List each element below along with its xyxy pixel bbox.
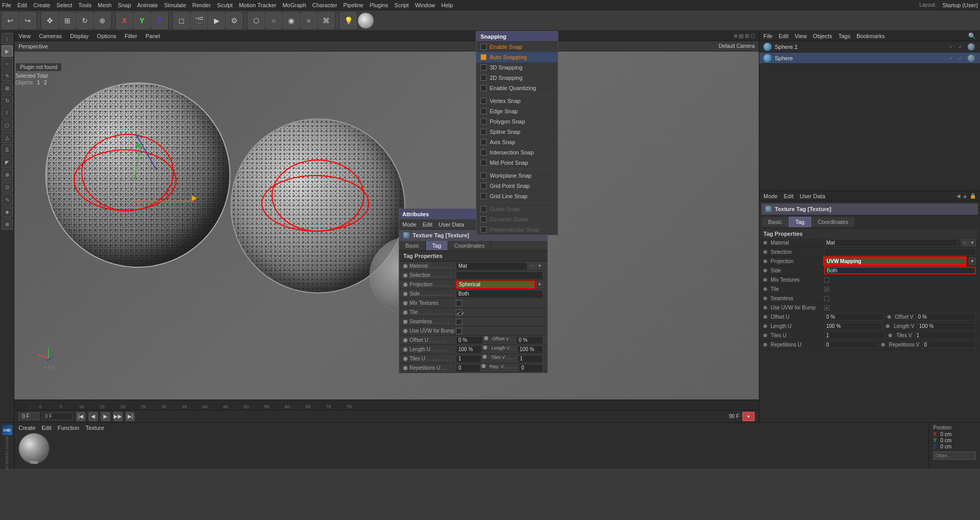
tab-basic[interactable]: Basic [761,217,789,227]
viewport-menu-options[interactable]: Options [97,33,116,39]
redo-button[interactable]: ↪ [20,12,36,29]
rp2-mat-btn1[interactable]: □ [961,239,968,247]
y-btn[interactable]: Y [134,12,150,29]
snap-vertex[interactable]: Vertex Snap [476,96,558,106]
menu-render[interactable]: Render [192,2,211,8]
tool-select[interactable]: ▶ [2,45,13,57]
btn-goto-end[interactable]: ▶| [126,412,135,421]
snap-midpoint[interactable]: Mid Point Snap [476,158,558,168]
attr-length-u-val[interactable]: 100 % [456,345,482,354]
tool-move[interactable]: ↕ [2,33,13,44]
snap-intersection[interactable]: Intersection Snap [476,147,558,158]
undo-button[interactable]: ↩ [2,12,19,29]
tool-axis[interactable]: ⊕ [2,169,13,180]
snap-gridline[interactable]: Grid Line Snap [476,191,558,201]
snap-perp[interactable]: Perpendicular Snap [476,224,558,235]
snap-enable[interactable]: Enable Snap [476,42,558,52]
tool-scale[interactable]: ⊞ [2,82,13,94]
menu-edit[interactable]: Edit [17,2,27,8]
btn-prev-frame[interactable]: ◀ [88,412,98,421]
attr-mat-btn1[interactable]: □ [528,262,536,270]
tab-coordinates[interactable]: Coordinates [811,217,855,227]
btn-goto-start[interactable]: |◀ [76,412,85,421]
menu-file[interactable]: File [2,2,11,8]
menu-snap[interactable]: Snap [118,2,131,8]
viewport-menu-panel[interactable]: Panel [146,33,160,39]
menu-plugins[interactable]: Plugins [369,2,388,8]
attr-uvw-check[interactable] [456,328,462,334]
search-icon[interactable]: 🔍 [968,32,976,40]
rp2-selection-value[interactable] [824,248,976,256]
attr-tab-basic[interactable]: Basic [399,241,426,250]
attr-mix-check[interactable] [456,300,462,306]
z-btn[interactable]: Z [151,12,168,29]
attr-tab-coordinates[interactable]: Coordinates [448,241,491,250]
rp-menu-view[interactable]: View [795,33,807,39]
attr-rep-u-val[interactable]: 0 [456,364,480,372]
rp-menu-file[interactable]: File [763,33,773,39]
tool-spline[interactable]: S [2,144,13,155]
tool-knife[interactable]: / [2,107,13,118]
rp2-nav-prev[interactable]: ◀ [956,193,960,199]
rp2-mat-btn2[interactable]: ▼ [969,239,976,247]
rp2-menu-edit[interactable]: Edit [784,193,794,199]
render-settings[interactable]: ⚙ [226,12,242,29]
viewport-canvas[interactable]: Y X Z [14,51,759,400]
mat-menu-texture[interactable]: Texture [85,425,104,431]
menu-window[interactable]: Window [415,2,435,8]
attr-offset-u-val[interactable]: 0 % [456,336,483,344]
menu-simulate[interactable]: Simulate [164,2,186,8]
attr-selection-value[interactable] [456,271,543,280]
snap-auto[interactable]: Auto Snapping [476,52,558,62]
rp2-lock[interactable]: 🔒 [970,193,976,199]
topology-btn[interactable]: ⌘ [318,12,334,29]
rp2-length-u-val[interactable]: 100 % [824,322,883,330]
tool-extrude[interactable]: ⬡ [2,119,13,131]
sphere-render[interactable]: ✓ [958,56,963,61]
viewport-menu-filter[interactable]: Filter [124,33,137,39]
menu-motion-tracker[interactable]: Motion Tracker [239,2,276,8]
rp-menu-edit[interactable]: Edit [779,33,789,39]
snap-spline[interactable]: Spline Snap [476,127,558,137]
rp2-nav-next[interactable]: ▲ [963,193,968,199]
snap-gridpoint[interactable]: Grid Point Snap [476,181,558,191]
menu-pipeline[interactable]: Pipeline [343,2,363,8]
snap-workplane[interactable]: Workplane Snap [476,170,558,181]
btn-next-frame[interactable]: ▶▶ [113,412,122,421]
snap-3d[interactable]: 3D Snapping [476,62,558,73]
attr-side-value[interactable]: Both [456,290,543,298]
move-button[interactable]: ✥ [42,12,58,29]
rp2-tiles-u-val[interactable]: 1 [824,332,885,339]
snap-guide[interactable]: Guide Snap [476,204,558,214]
rp2-side-value[interactable]: Both [824,267,976,274]
rp2-rep-v-val[interactable]: 0 [922,341,976,349]
object-sphere[interactable]: Sphere ✓ ✓ [759,53,980,64]
tool-poly[interactable]: △ [2,132,13,143]
layout-value[interactable]: Startup (User) [942,2,978,8]
light-btn[interactable]: 💡 [340,12,357,29]
frame-input[interactable]: 0 F [42,412,73,420]
select-button[interactable]: ⊕ [94,12,111,29]
menu-create[interactable]: Create [33,2,50,8]
menu-character[interactable]: Character [312,2,337,8]
viewport-menu-cameras[interactable]: Cameras [39,33,62,39]
x-btn[interactable]: X [116,12,133,29]
sphere1-render[interactable]: ✓ [958,44,963,49]
viewport-menu-display[interactable]: Display [70,33,88,39]
attr-menu-edit[interactable]: Edit [423,221,433,228]
attr-proj-dropdown[interactable]: ▼ [536,281,543,288]
btn-play[interactable]: ▶ [101,412,110,421]
menu-tools[interactable]: Tools [78,2,92,8]
attr-length-v-val[interactable]: 100 % [517,345,543,354]
rotate-button[interactable]: ↻ [77,12,93,29]
rp2-projection-value[interactable]: UVW Mapping [824,257,966,265]
rp2-menu-userdata[interactable]: User Data [800,193,826,199]
rp2-offset-v-val[interactable]: 0 % [916,313,976,321]
tool-camera[interactable]: ◈ [2,206,13,217]
smooth-btn[interactable]: ≈ [300,12,317,29]
current-frame[interactable]: 0 F [19,412,39,420]
attr-tile-check[interactable]: ✓ [456,309,462,316]
object-sphere1[interactable]: Sphere.1 ✓ ✓ [759,41,980,53]
tool-measure[interactable]: ◤ [2,157,13,168]
render-btn[interactable]: ▶ [208,12,225,29]
